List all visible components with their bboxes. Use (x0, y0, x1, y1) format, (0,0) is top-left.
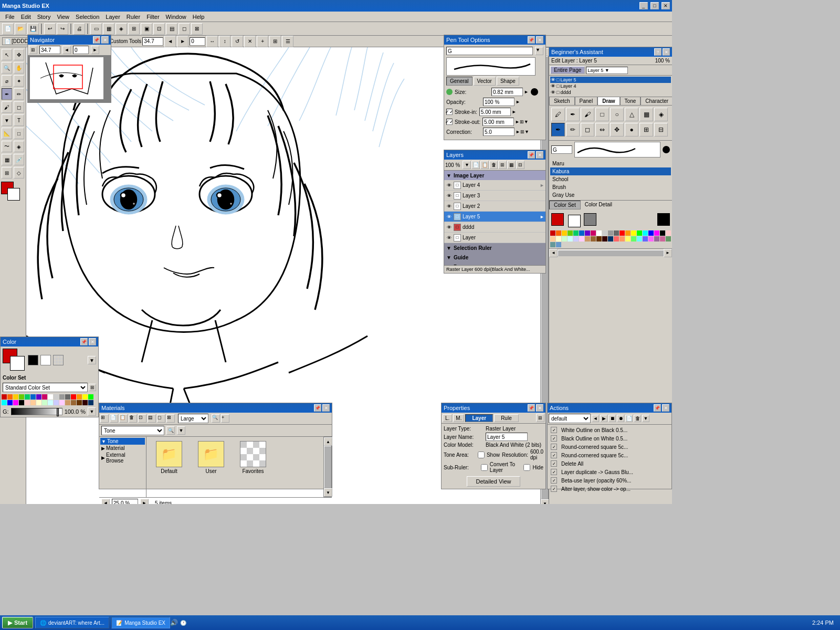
angle-input[interactable] (190, 37, 205, 46)
layer-item-dddd[interactable]: 👁 □ dddd (550, 89, 671, 96)
small-palette-color[interactable] (65, 400, 70, 405)
action-checkbox-3[interactable]: ✓ (551, 452, 557, 458)
actions-tb1[interactable]: ◄ (592, 415, 599, 422)
right-panel-scroll[interactable]: ◄ ► (549, 248, 672, 257)
brush-tool-d[interactable]: ⇔ (595, 123, 609, 136)
brush-tool-c[interactable]: ◻ (581, 123, 594, 136)
tb8[interactable]: ◻ (178, 23, 190, 35)
palette-color[interactable] (556, 236, 561, 242)
tb7[interactable]: ▤ (166, 23, 177, 35)
assistant-search[interactable]: ? (654, 48, 662, 56)
hand-tool[interactable]: ✋ (14, 62, 24, 74)
palette-color[interactable] (637, 230, 642, 236)
menu-window[interactable]: Window (163, 13, 190, 21)
actions-tb2[interactable]: ▶ (600, 415, 607, 422)
stroke-out-arrow[interactable]: ► (515, 119, 520, 124)
palette-color[interactable] (643, 236, 648, 242)
brush-icon5[interactable]: ○ (610, 108, 624, 121)
color-white[interactable] (40, 355, 51, 365)
color-set-select[interactable]: Standard Color Set (3, 383, 88, 392)
g-slider-thumb[interactable] (57, 408, 59, 416)
mat-zoom-right[interactable]: ► (140, 499, 149, 504)
props-expand-btn[interactable]: ⊞ (536, 414, 544, 422)
fg-swatch[interactable] (551, 213, 564, 226)
active-brush-icon[interactable]: ✒ (551, 123, 565, 136)
palette-color[interactable] (666, 230, 671, 236)
palette-color[interactable] (568, 236, 573, 242)
palette-color[interactable] (550, 230, 555, 236)
actions-tb3[interactable]: ⏹ (608, 415, 616, 422)
mat-tb1[interactable]: ⊞ (100, 414, 109, 423)
tone-area-check[interactable] (478, 452, 485, 458)
tab-panel[interactable]: Panel (575, 97, 598, 105)
opacity-arrow[interactable]: ► (516, 99, 520, 104)
color-pin[interactable]: 📌 (80, 338, 88, 345)
action-item-4[interactable]: ✓ Delete All (549, 459, 670, 468)
layer-name-input[interactable] (486, 433, 528, 441)
action-item-6[interactable]: ✓ Beta-use layer (opacity 60%... (549, 476, 670, 485)
material-user[interactable]: 📁 User (193, 441, 229, 474)
brush-name-input[interactable] (551, 145, 572, 154)
undo-btn[interactable]: ↩ (44, 23, 56, 35)
color-set-menu[interactable]: ⊞ (89, 384, 96, 391)
palette-color[interactable] (568, 230, 573, 236)
select-tool[interactable]: ↖ (2, 49, 12, 60)
palette-color[interactable] (620, 230, 625, 236)
action-item-3[interactable]: ✓ Round-cornered square 5c... (549, 451, 670, 459)
correction-arrow[interactable]: ► (516, 129, 520, 134)
tb6[interactable]: ⊡ (153, 23, 165, 35)
small-palette-color[interactable] (82, 394, 88, 400)
palette-color[interactable] (602, 230, 607, 236)
small-palette-color[interactable] (77, 400, 82, 405)
pen-options-close[interactable]: ✕ (536, 36, 543, 44)
small-palette-color[interactable] (82, 400, 88, 405)
actions-pin[interactable]: 📌 (654, 404, 661, 412)
eraser-tool[interactable]: ◻ (14, 101, 24, 113)
small-palette-color[interactable] (59, 394, 65, 400)
brush-icon4[interactable]: □ (595, 108, 609, 121)
nav-pin[interactable]: 📌 (93, 36, 100, 44)
color-bg[interactable] (10, 356, 25, 371)
tb9[interactable]: ⊠ (191, 23, 203, 35)
tb2[interactable]: ▦ (103, 23, 114, 35)
palette-color[interactable] (550, 236, 555, 242)
layers-pin[interactable]: 📌 (528, 151, 535, 159)
color-close[interactable]: ✕ (89, 338, 96, 345)
palette-color[interactable] (585, 236, 590, 242)
small-palette-color[interactable] (88, 400, 93, 405)
correction-input[interactable] (483, 128, 514, 136)
menu-filter[interactable]: Filter (143, 13, 162, 21)
layers-tb1[interactable]: ▼ (463, 161, 471, 169)
action-item-5[interactable]: ✓ Layer duplicate -> Gauss Blu... (549, 468, 670, 476)
stroke-out-checkbox[interactable]: ✓ (446, 119, 453, 125)
palette-color[interactable] (614, 236, 619, 242)
eye-2[interactable]: 👁 (445, 203, 453, 210)
assistant-close[interactable]: ✕ (663, 48, 670, 56)
size-arrow[interactable]: ► (524, 89, 529, 94)
mat-tb2[interactable]: 📄 (110, 414, 118, 423)
brush-tool-e[interactable]: ✥ (610, 123, 624, 136)
eyedropper-tool[interactable]: 💉 (14, 154, 24, 165)
action-checkbox-7[interactable]: ✓ (551, 486, 557, 492)
small-palette-color[interactable] (42, 400, 47, 405)
props-close[interactable]: ✕ (536, 404, 543, 412)
tb-tool7[interactable]: ☰ (282, 36, 293, 47)
sub-ruler-check[interactable] (481, 464, 488, 471)
palette-color[interactable] (562, 236, 567, 242)
tree-external[interactable]: ▶ External Browse (100, 452, 145, 464)
palette-color[interactable] (654, 236, 659, 242)
small-palette-color[interactable] (13, 394, 18, 400)
props-pin[interactable]: 📌 (528, 404, 535, 412)
small-palette-color[interactable] (36, 400, 41, 405)
small-palette-color[interactable] (88, 394, 93, 400)
actions-select[interactable]: default (549, 414, 591, 423)
menu-view[interactable]: View (54, 13, 72, 21)
zoom-increase[interactable]: ► (177, 36, 188, 47)
brush-tool[interactable]: 🖌 (2, 101, 12, 113)
action-checkbox-0[interactable]: ✓ (551, 427, 557, 433)
gradient-tool[interactable]: ▦ (2, 154, 12, 165)
tb-tool5[interactable]: + (257, 36, 268, 47)
perspective-tool[interactable]: ◇ (14, 167, 24, 178)
layers-tb4[interactable]: 🗑 (489, 161, 498, 169)
small-palette-color[interactable] (36, 394, 41, 400)
